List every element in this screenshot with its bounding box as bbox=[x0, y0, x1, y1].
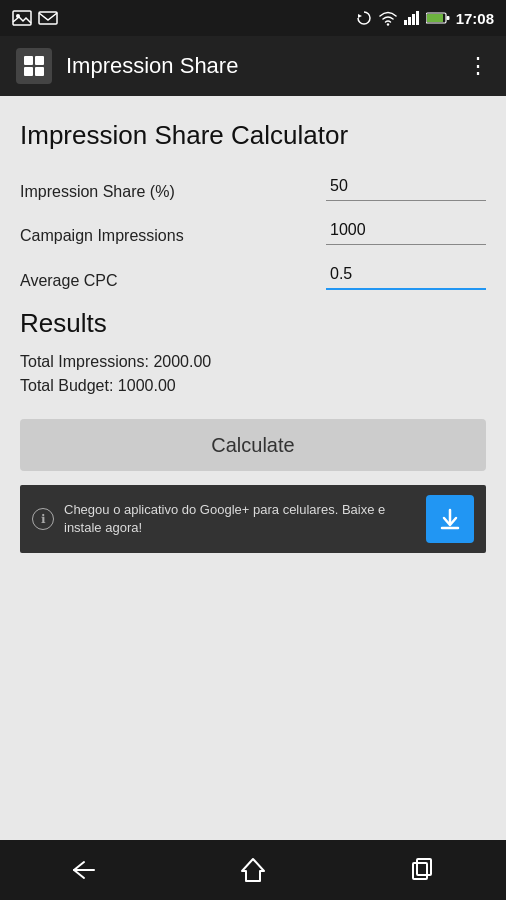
impression-share-label: Impression Share (%) bbox=[20, 183, 326, 201]
svg-rect-5 bbox=[404, 20, 407, 25]
svg-rect-7 bbox=[412, 14, 415, 25]
svg-rect-8 bbox=[416, 11, 419, 25]
status-bar-left bbox=[12, 10, 58, 26]
svg-rect-14 bbox=[24, 67, 33, 76]
ad-download-button[interactable] bbox=[426, 495, 474, 543]
form-row-impression-share: Impression Share (%) bbox=[20, 175, 486, 201]
ad-text: Chegou o aplicativo do Google+ para celu… bbox=[64, 501, 416, 537]
status-bar: 17:08 bbox=[0, 0, 506, 36]
back-icon bbox=[70, 858, 98, 882]
status-bar-right: 17:08 bbox=[356, 10, 494, 27]
average-cpc-input-wrapper bbox=[326, 263, 486, 290]
home-icon bbox=[240, 857, 266, 883]
app-icon bbox=[16, 48, 52, 84]
svg-marker-19 bbox=[242, 859, 264, 881]
svg-marker-3 bbox=[358, 14, 362, 18]
recents-button[interactable] bbox=[392, 850, 452, 890]
ad-info-icon: ℹ bbox=[32, 508, 54, 530]
more-options-button[interactable]: ⋮ bbox=[467, 53, 490, 79]
campaign-impressions-input[interactable] bbox=[326, 219, 486, 241]
bottom-nav bbox=[0, 840, 506, 900]
svg-rect-11 bbox=[446, 16, 449, 20]
svg-rect-21 bbox=[417, 859, 431, 875]
campaign-impressions-label: Campaign Impressions bbox=[20, 227, 326, 245]
download-arrow-icon bbox=[439, 508, 461, 530]
rotate-icon bbox=[356, 10, 372, 26]
svg-rect-12 bbox=[24, 56, 33, 65]
recents-icon bbox=[409, 857, 435, 883]
signal-icon bbox=[404, 10, 420, 26]
wifi-icon bbox=[378, 10, 398, 26]
results-title: Results bbox=[20, 308, 486, 339]
average-cpc-label: Average CPC bbox=[20, 272, 326, 290]
gmail-icon bbox=[38, 10, 58, 26]
battery-icon bbox=[426, 11, 450, 25]
impression-share-input-wrapper bbox=[326, 175, 486, 201]
campaign-impressions-input-wrapper bbox=[326, 219, 486, 245]
app-bar-title: Impression Share bbox=[66, 53, 453, 79]
back-button[interactable] bbox=[54, 850, 114, 890]
form-row-campaign-impressions: Campaign Impressions bbox=[20, 219, 486, 245]
svg-rect-6 bbox=[408, 17, 411, 25]
svg-rect-10 bbox=[427, 14, 443, 22]
svg-point-4 bbox=[386, 23, 388, 25]
svg-rect-20 bbox=[413, 863, 427, 879]
total-impressions-result: Total Impressions: 2000.00 bbox=[20, 353, 486, 371]
status-time: 17:08 bbox=[456, 10, 494, 27]
svg-rect-15 bbox=[35, 67, 44, 76]
total-budget-result: Total Budget: 1000.00 bbox=[20, 377, 486, 395]
form-row-average-cpc: Average CPC bbox=[20, 263, 486, 290]
main-content: Impression Share Calculator Impression S… bbox=[0, 96, 506, 840]
average-cpc-input[interactable] bbox=[326, 263, 486, 285]
impression-share-input[interactable] bbox=[326, 175, 486, 197]
svg-rect-0 bbox=[13, 11, 31, 25]
ad-banner: ℹ Chegou o aplicativo do Google+ para ce… bbox=[20, 485, 486, 553]
calculate-button-wrapper: Calculate bbox=[20, 419, 486, 471]
page-title: Impression Share Calculator bbox=[20, 120, 486, 151]
picture-icon bbox=[12, 10, 32, 26]
calculate-button[interactable]: Calculate bbox=[20, 419, 486, 471]
home-button[interactable] bbox=[223, 850, 283, 890]
svg-rect-13 bbox=[35, 56, 44, 65]
svg-rect-2 bbox=[39, 12, 57, 24]
app-bar: Impression Share ⋮ bbox=[0, 36, 506, 96]
